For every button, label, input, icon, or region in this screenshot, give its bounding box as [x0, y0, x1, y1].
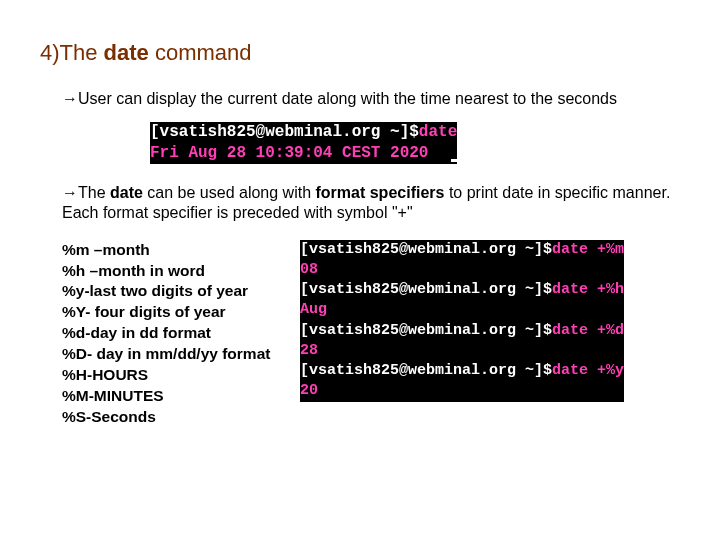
- cursor-icon: [451, 159, 460, 162]
- specifier-row: %m –month %h –month in word %y-last two …: [62, 240, 680, 428]
- spec-line: %d-day in dd format: [62, 323, 272, 344]
- heading-post: command: [149, 40, 252, 65]
- terminal-2: [vsatish825@webminal.org ~]$date +%m 08 …: [300, 240, 624, 402]
- t2-out2: Aug: [300, 301, 327, 318]
- t2-cmd2: date +%h: [552, 281, 624, 298]
- section-heading: 4)The date command: [40, 40, 680, 66]
- spec-line: %h –month in word: [62, 261, 272, 282]
- heading-cmd: date: [104, 40, 149, 65]
- t2-prompt: [vsatish825@webminal.org ~]$: [300, 322, 552, 339]
- p2-b: date: [110, 184, 147, 201]
- t2-cmd3: date +%d: [552, 322, 624, 339]
- p2-e: to print date in specific manner.: [449, 184, 670, 201]
- t1-prompt: [vsatish825@webminal.org ~]$: [150, 123, 419, 141]
- arrow-icon: →: [62, 90, 78, 107]
- spec-line: %Y- four digits of year: [62, 302, 272, 323]
- paragraph-1: →User can display the current date along…: [62, 90, 680, 108]
- arrow-icon: →: [62, 184, 78, 201]
- spec-line: %D- day in mm/dd/yy format: [62, 344, 272, 365]
- t2-out4: 20: [300, 382, 318, 399]
- t2-out1: 08: [300, 261, 318, 278]
- spec-line: %H-HOURS: [62, 365, 272, 386]
- spec-line: %M-MINUTES: [62, 386, 272, 407]
- t1-output: Fri Aug 28 10:39:04 CEST 2020: [150, 144, 428, 162]
- t1-cmd: date: [419, 123, 457, 141]
- t2-prompt: [vsatish825@webminal.org ~]$: [300, 281, 552, 298]
- specifier-list: %m –month %h –month in word %y-last two …: [62, 240, 272, 428]
- heading-num: 4): [40, 40, 60, 65]
- p2-d: format specifiers: [315, 184, 448, 201]
- p2-c: can be used along with: [147, 184, 315, 201]
- t2-prompt: [vsatish825@webminal.org ~]$: [300, 241, 552, 258]
- t2-prompt: [vsatish825@webminal.org ~]$: [300, 362, 552, 379]
- p2-a: The: [78, 184, 110, 201]
- p1-text: User can display the current date along …: [78, 90, 617, 107]
- t2-out3: 28: [300, 342, 318, 359]
- heading-pre: The: [60, 40, 104, 65]
- spec-line: %y-last two digits of year: [62, 281, 272, 302]
- t2-cmd4: date +%y: [552, 362, 624, 379]
- paragraph-2: →The date can be used along with format …: [62, 184, 680, 202]
- t2-cmd1: date +%m: [552, 241, 624, 258]
- spec-line: %m –month: [62, 240, 272, 261]
- spec-line: %S-Seconds: [62, 407, 272, 428]
- paragraph-2-sub: Each format specifier is preceded with s…: [62, 204, 680, 222]
- terminal-1: [vsatish825@webminal.org ~]$date Fri Aug…: [150, 122, 680, 164]
